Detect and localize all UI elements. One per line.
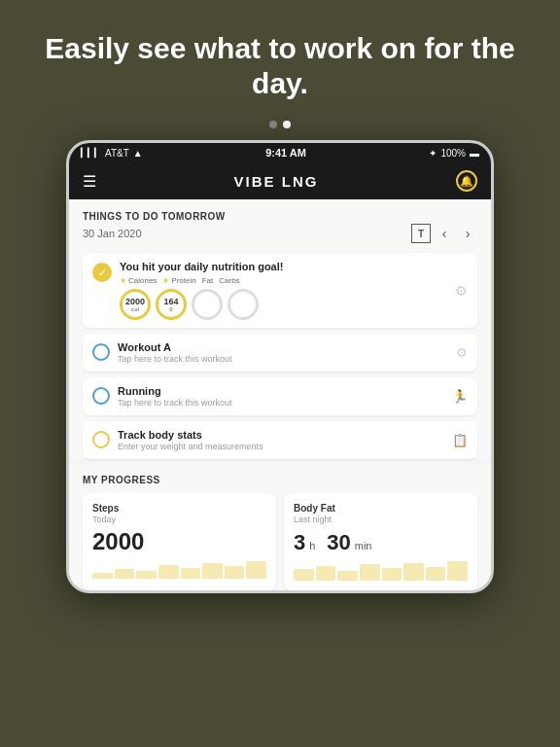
nutrition-detail-icon: ⚙ (455, 283, 468, 299)
workout-a-icon: ⚙ (456, 345, 468, 360)
body-fat-value-row: 3 h 30 min (294, 530, 468, 555)
signal-bars-icon: ▎▎▎ (81, 148, 101, 158)
menu-icon[interactable]: ☰ (83, 172, 96, 191)
nutrition-check-icon: ✓ (92, 263, 112, 282)
fat-ring (192, 289, 223, 320)
tablet-frame: ▎▎▎ AT&T ▲ 9:41 AM ✦ 100% ▬ ☰ VIBE LNG 🔔… (0, 140, 560, 593)
bluetooth-icon: ✦ (429, 148, 437, 159)
running-subtitle: Tap here to track this workout (118, 398, 444, 408)
running-circle (92, 387, 110, 405)
steps-card[interactable]: Steps Today 2000 (83, 493, 276, 590)
dot-1 (269, 121, 277, 128)
headline: Easily see what to work on for the day. (0, 0, 560, 121)
body-fat-card[interactable]: Body Fat Last night 3 h 30 min (284, 493, 477, 590)
calories-ring: 2000 cal (120, 289, 151, 320)
progress-section: MY PROGRESS Steps Today 2000 (69, 465, 491, 590)
body-fat-sublabel: Last night (294, 515, 468, 524)
today-button[interactable]: T (411, 224, 431, 243)
running-title: Running (118, 385, 444, 397)
body-fat-hours-unit: h (309, 540, 315, 551)
workout-a-circle (92, 343, 110, 361)
dot-2 (283, 121, 291, 128)
date-row: 30 Jan 2020 T ‹ › (83, 224, 477, 243)
fat-label: Fat (202, 276, 214, 285)
workout-a-subtitle: Tap here to track this workout (118, 354, 448, 364)
steps-label: Steps (92, 503, 266, 514)
nutrition-rings: 2000 cal 164 0 (120, 289, 447, 320)
nutrition-title: You hit your daily nutrition goal! (120, 261, 447, 272)
carrier-label: AT&T (105, 148, 129, 159)
nutrition-content: You hit your daily nutrition goal! ★ Cal… (120, 261, 447, 320)
nutrition-card[interactable]: ✓ You hit your daily nutrition goal! ★ C… (83, 253, 477, 328)
status-time: 9:41 AM (265, 147, 306, 159)
body-fat-mini-chart (294, 561, 468, 581)
tablet: ▎▎▎ AT&T ▲ 9:41 AM ✦ 100% ▬ ☰ VIBE LNG 🔔… (66, 140, 494, 593)
battery-icon: ▬ (470, 148, 479, 159)
body-stats-content: Track body stats Enter your weight and m… (118, 429, 444, 451)
tasks-section-title: THINGS TO DO TOMORROW (83, 211, 477, 222)
body-fat-separator (319, 537, 323, 552)
battery-label: 100% (440, 148, 466, 159)
app-title: VIBE LNG (234, 173, 319, 190)
steps-sublabel: Today (92, 515, 266, 524)
next-date-button[interactable]: › (458, 224, 477, 243)
protein-label: ★ Protein (162, 276, 195, 285)
running-item[interactable]: Running Tap here to track this workout 🏃 (83, 377, 477, 415)
progress-section-title: MY PROGRESS (83, 475, 477, 485)
running-icon: 🏃 (452, 389, 468, 404)
status-right: ✦ 100% ▬ (429, 148, 479, 159)
protein-ring: 164 0 (156, 289, 187, 320)
carbs-label: Carbs (219, 276, 239, 285)
workout-a-title: Workout A (118, 341, 448, 353)
body-fat-hours: 3 (294, 530, 305, 555)
body-fat-minutes-unit: min (355, 540, 372, 551)
body-stats-circle (92, 431, 110, 448)
status-bar: ▎▎▎ AT&T ▲ 9:41 AM ✦ 100% ▬ (69, 143, 491, 162)
date-label: 30 Jan 2020 (83, 228, 142, 239)
wifi-icon: ▲ (133, 148, 143, 159)
body-stats-subtitle: Enter your weight and measurements (118, 442, 444, 451)
pagination-dots (0, 121, 560, 128)
date-controls: T ‹ › (411, 224, 477, 243)
body-stats-item[interactable]: Track body stats Enter your weight and m… (83, 421, 477, 459)
body-stats-icon: 📋 (452, 433, 468, 447)
calories-label: ★ Calories (120, 276, 157, 285)
nutrition-metrics: ★ Calories ★ Protein Fat Carbs (120, 276, 447, 285)
body-stats-title: Track body stats (118, 429, 444, 441)
steps-mini-chart (92, 559, 266, 579)
prev-date-button[interactable]: ‹ (435, 224, 454, 243)
steps-value: 2000 (92, 530, 266, 553)
progress-cards: Steps Today 2000 (83, 493, 477, 590)
tasks-content: THINGS TO DO TOMORROW 30 Jan 2020 T ‹ › … (69, 199, 491, 459)
workout-a-item[interactable]: Workout A Tap here to track this workout… (83, 334, 477, 372)
body-fat-label: Body Fat (294, 503, 468, 514)
body-fat-minutes: 30 (327, 530, 350, 555)
running-content: Running Tap here to track this workout (118, 385, 444, 408)
carbs-ring (228, 289, 259, 320)
workout-a-content: Workout A Tap here to track this workout (118, 341, 448, 364)
notification-bell-button[interactable]: 🔔 (456, 170, 477, 192)
app-header: ☰ VIBE LNG 🔔 (69, 162, 491, 199)
status-left: ▎▎▎ AT&T ▲ (81, 148, 143, 159)
